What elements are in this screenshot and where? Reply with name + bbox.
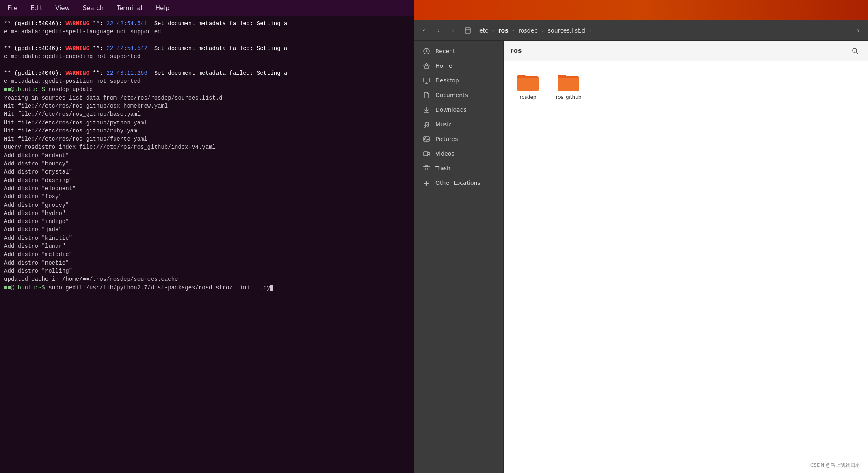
svg-rect-14 bbox=[424, 167, 429, 171]
sidebar-label-pictures: Pictures bbox=[435, 136, 458, 142]
sidebar-item-pictures[interactable]: Pictures bbox=[416, 132, 502, 146]
menu-help[interactable]: Help bbox=[153, 3, 172, 13]
recent-icon bbox=[422, 47, 431, 55]
term-line: Query rosdistro index file:///etc/ros/ro… bbox=[4, 143, 410, 151]
pictures-icon bbox=[422, 135, 431, 143]
desktop-icon bbox=[422, 76, 431, 85]
more-button[interactable]: › bbox=[852, 24, 865, 37]
sidebar-label-documents: Documents bbox=[435, 92, 468, 98]
sidebar-item-other[interactable]: + Other Locations bbox=[416, 176, 502, 190]
terminal-container: File Edit View Search Terminal Help ** (… bbox=[0, 0, 414, 473]
sidebar-label-trash: Trash bbox=[435, 165, 450, 171]
sidebar-label-other: Other Locations bbox=[435, 180, 481, 186]
term-line: ** (gedit:54046): WARNING **: 22:42:54.5… bbox=[4, 20, 410, 28]
downloads-icon bbox=[422, 106, 431, 114]
sidebar-label-desktop: Desktop bbox=[435, 77, 459, 84]
trash-icon bbox=[422, 164, 431, 172]
home-icon bbox=[422, 62, 431, 70]
sidebar-item-music[interactable]: Music bbox=[416, 117, 502, 132]
term-line: e metadata::gedit-encoding not supported bbox=[4, 52, 410, 61]
prev-button[interactable]: ‹ bbox=[447, 24, 460, 37]
term-line: Add distro "noetic" bbox=[4, 259, 410, 267]
term-line: Hit file:///etc/ros/ros_github/osx-homeb… bbox=[4, 102, 410, 110]
documents-icon bbox=[422, 91, 431, 99]
fm-toolbar: ‹ › ‹ etc › ros › rosdep › sources.list.… bbox=[414, 20, 868, 41]
watermark: CSDN @马上我就回来 bbox=[810, 462, 860, 469]
term-line: Add distro "melodic" bbox=[4, 250, 410, 258]
fm-sidebar: Recent Home bbox=[414, 41, 504, 473]
term-line: ** (gedit:54046): WARNING **: 22:43:11.2… bbox=[4, 69, 410, 77]
file-item-rosdep[interactable]: rosdep bbox=[512, 69, 544, 103]
sidebar-item-videos[interactable]: Videos bbox=[416, 146, 502, 161]
fm-main: ros rosdep bbox=[504, 41, 868, 473]
other-locations-icon: + bbox=[422, 179, 431, 187]
sidebar-item-documents[interactable]: Documents bbox=[416, 88, 502, 102]
term-line: Add distro "bouncy" bbox=[4, 160, 410, 168]
term-line: e metadata::gedit-position not supported bbox=[4, 77, 410, 85]
terminal-menubar: File Edit View Search Terminal Help bbox=[0, 0, 414, 16]
folder-icon-rosdep bbox=[517, 72, 539, 92]
term-line: Hit file:///etc/ros/ros_github/fuerte.ya… bbox=[4, 135, 410, 143]
term-line: ** (gedit:54046): WARNING **: 22:42:54.5… bbox=[4, 44, 410, 52]
sidebar-label-recent: Recent bbox=[435, 48, 455, 54]
current-folder-title: ros bbox=[510, 47, 522, 54]
sidebar-item-trash[interactable]: Trash bbox=[416, 161, 502, 176]
sidebar-item-downloads[interactable]: Downloads bbox=[416, 102, 502, 117]
bookmark-button[interactable] bbox=[461, 24, 474, 37]
menu-search[interactable]: Search bbox=[80, 3, 106, 13]
term-line: Add distro "groovy" bbox=[4, 201, 410, 209]
menu-terminal[interactable]: Terminal bbox=[114, 3, 145, 13]
menu-file[interactable]: File bbox=[5, 3, 20, 13]
breadcrumb-sources[interactable]: sources.list.d bbox=[545, 26, 589, 35]
svg-line-19 bbox=[856, 52, 858, 54]
term-line: e metadata::gedit-spell-language not sup… bbox=[4, 28, 410, 36]
breadcrumb-area: etc › ros › rosdep › sources.list.d › bbox=[476, 26, 850, 35]
sidebar-item-desktop[interactable]: Desktop bbox=[416, 73, 502, 88]
filemanager-container: ‹ › ‹ etc › ros › rosdep › sources.list.… bbox=[414, 0, 868, 473]
music-icon bbox=[422, 120, 431, 128]
term-line: Add distro "foxy" bbox=[4, 193, 410, 201]
breadcrumb-etc[interactable]: etc bbox=[476, 26, 491, 35]
folder-icon-ros-github bbox=[557, 72, 580, 92]
term-line: Hit file:///etc/ros/ros_github/ruby.yaml bbox=[4, 127, 410, 135]
fm-body: Recent Home bbox=[414, 41, 868, 473]
file-item-ros-github[interactable]: ros_github bbox=[552, 69, 585, 103]
sidebar-label-downloads: Downloads bbox=[435, 106, 467, 113]
svg-point-12 bbox=[425, 138, 426, 139]
breadcrumb-ros[interactable]: ros bbox=[495, 26, 512, 35]
term-line: Add distro "crystal" bbox=[4, 168, 410, 176]
term-line: Add distro "ardent" bbox=[4, 152, 410, 160]
sidebar-item-home[interactable]: Home bbox=[416, 59, 502, 73]
sidebar-label-music: Music bbox=[435, 121, 452, 128]
term-line: Add distro "lunar" bbox=[4, 242, 410, 250]
term-line: ■■@ubuntu:~$ rosdep update bbox=[4, 85, 410, 93]
sidebar-item-recent[interactable]: Recent bbox=[416, 44, 502, 59]
file-label-rosdep: rosdep bbox=[520, 94, 537, 100]
forward-button[interactable]: › bbox=[432, 24, 445, 37]
terminal-body: ** (gedit:54046): WARNING **: 22:42:54.5… bbox=[0, 16, 414, 473]
term-line: Add distro "kinetic" bbox=[4, 234, 410, 242]
fm-files-area: rosdep ros_github bbox=[504, 61, 868, 473]
svg-rect-13 bbox=[424, 152, 428, 156]
term-line: Add distro "jade" bbox=[4, 226, 410, 234]
breadcrumb-rosdep[interactable]: rosdep bbox=[515, 26, 541, 35]
term-line: Add distro "hydro" bbox=[4, 209, 410, 217]
term-line: Hit file:///etc/ros/ros_github/base.yaml bbox=[4, 110, 410, 118]
menu-view[interactable]: View bbox=[53, 3, 72, 13]
svg-point-10 bbox=[427, 125, 429, 126]
term-line: Hit file:///etc/ros/ros_github/python.ya… bbox=[4, 119, 410, 127]
sidebar-label-home: Home bbox=[435, 63, 452, 69]
term-line: reading in sources list data from /etc/r… bbox=[4, 94, 410, 102]
term-line: Add distro "rolling" bbox=[4, 267, 410, 275]
menu-edit[interactable]: Edit bbox=[28, 3, 45, 13]
term-line bbox=[4, 36, 410, 44]
svg-rect-4 bbox=[424, 78, 429, 82]
svg-rect-0 bbox=[465, 28, 470, 33]
sidebar-label-videos: Videos bbox=[435, 150, 455, 157]
videos-icon bbox=[422, 150, 431, 158]
term-line: Add distro "dashing" bbox=[4, 176, 410, 184]
term-line: Add distro "eloquent" bbox=[4, 184, 410, 193]
search-button[interactable] bbox=[849, 44, 862, 57]
back-button[interactable]: ‹ bbox=[418, 24, 431, 37]
svg-point-9 bbox=[424, 126, 426, 127]
